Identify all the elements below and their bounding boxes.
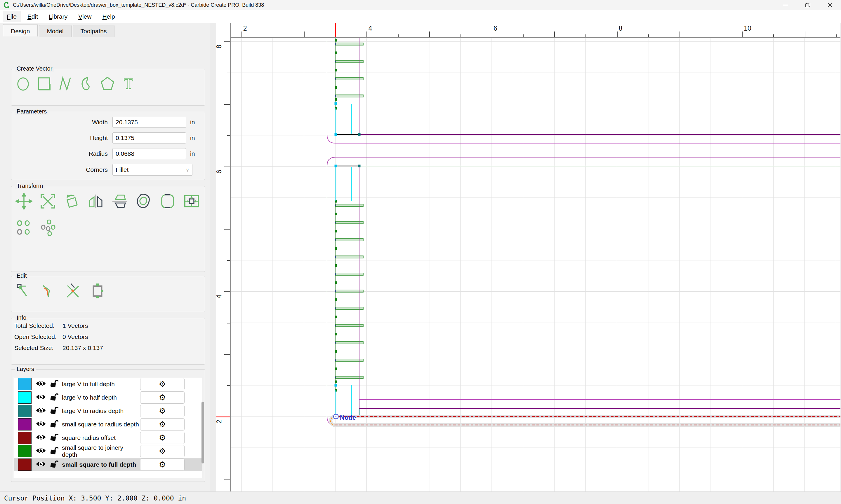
layer-row[interactable]: square radius offset⚙ xyxy=(14,431,202,445)
width-field[interactable] xyxy=(113,117,186,128)
corners-select[interactable]: Fillet ∨ xyxy=(113,164,192,176)
radius-field[interactable] xyxy=(113,148,186,159)
mirror-horizontal-tool-icon[interactable] xyxy=(87,193,104,210)
status-bar: Cursor Position X: 3.500 Y: 2.000 Z: 0.0… xyxy=(0,491,841,504)
total-selected-label: Total Selected: xyxy=(14,322,63,329)
layer-unlock-icon[interactable] xyxy=(50,433,58,443)
menu-view[interactable]: View xyxy=(74,11,96,22)
node-edit-tool-icon[interactable] xyxy=(16,283,32,300)
layer-unlock-icon[interactable] xyxy=(50,460,58,470)
tab-design[interactable]: Design xyxy=(3,24,38,36)
rectangle-tool-icon[interactable] xyxy=(36,75,52,92)
offset-tool-icon[interactable] xyxy=(135,193,152,210)
layer-row[interactable]: small square to full depth⚙ xyxy=(14,458,202,471)
layer-settings-gear-button[interactable]: ⚙ xyxy=(140,458,185,471)
trim-vectors-tool-icon[interactable] xyxy=(65,283,82,300)
layer-row[interactable]: large V to full depth⚙ xyxy=(14,377,202,391)
layers-group: Layers large V to full depth⚙large V to … xyxy=(11,369,205,482)
mirror-vertical-tool-icon[interactable] xyxy=(111,193,128,210)
layer-name: small square to joinery depth xyxy=(62,444,140,458)
layer-unlock-icon[interactable] xyxy=(50,406,58,416)
group-title: Info xyxy=(15,314,28,321)
ruler-label: 2 xyxy=(243,24,247,32)
menu-library[interactable]: Library xyxy=(45,11,71,22)
canvas-viewport[interactable]: Node xyxy=(231,38,840,491)
layer-visibility-eye-icon[interactable] xyxy=(36,447,46,455)
height-unit: in xyxy=(190,134,195,142)
layer-color-swatch[interactable] xyxy=(18,432,32,444)
text-tool-icon[interactable]: T xyxy=(121,75,136,92)
layer-color-swatch[interactable] xyxy=(18,445,32,457)
minimize-button[interactable] xyxy=(774,0,796,10)
group-title: Layers xyxy=(15,366,36,373)
layer-row[interactable]: large V to radius depth⚙ xyxy=(14,404,202,418)
layer-settings-gear-button[interactable]: ⚙ xyxy=(140,445,185,457)
circular-array-tool-icon[interactable] xyxy=(39,219,56,236)
scale-to-fit-tool-icon[interactable] xyxy=(183,193,200,210)
layer-settings-gear-button[interactable]: ⚙ xyxy=(140,405,185,417)
layer-unlock-icon[interactable] xyxy=(50,446,58,456)
layer-visibility-eye-icon[interactable] xyxy=(36,393,46,402)
menu-file[interactable]: File xyxy=(3,11,21,22)
tab-model[interactable]: Model xyxy=(39,25,71,37)
selected-size-label: Selected Size: xyxy=(14,344,63,352)
layer-color-swatch[interactable] xyxy=(18,392,32,404)
radius-label: Radius xyxy=(12,150,113,157)
circle-tool-icon[interactable] xyxy=(16,75,31,92)
layer-color-swatch[interactable] xyxy=(18,458,32,471)
linear-array-tool-icon[interactable] xyxy=(16,219,32,236)
layer-color-swatch[interactable] xyxy=(18,405,32,417)
move-tool-icon[interactable] xyxy=(16,193,32,210)
cursor-y-marker xyxy=(216,416,230,417)
layer-row[interactable]: small square to joinery depth⚙ xyxy=(14,445,202,458)
layer-settings-gear-button[interactable]: ⚙ xyxy=(140,378,185,390)
close-button[interactable] xyxy=(819,0,841,10)
layer-unlock-icon[interactable] xyxy=(50,392,58,403)
scale-tool-icon[interactable] xyxy=(39,193,56,210)
ruler-label: 4 xyxy=(215,294,223,299)
open-selected-value: 0 Vectors xyxy=(63,334,88,340)
layer-row[interactable]: large V to half depth⚙ xyxy=(14,391,202,404)
layer-visibility-eye-icon[interactable] xyxy=(36,380,46,389)
layer-color-swatch[interactable] xyxy=(18,378,32,390)
rotate-tool-icon[interactable] xyxy=(63,193,80,210)
total-selected-value: 1 Vectors xyxy=(63,322,88,329)
layer-color-swatch[interactable] xyxy=(18,418,32,431)
layer-visibility-eye-icon[interactable] xyxy=(36,407,46,415)
vector-drawing[interactable] xyxy=(327,38,840,425)
curve-edit-tool-icon[interactable] xyxy=(40,283,57,300)
ruler-label: 6 xyxy=(494,24,497,32)
maximize-button[interactable] xyxy=(796,0,819,10)
layer-row[interactable]: small square to radius depth⚙ xyxy=(14,418,202,431)
layer-visibility-eye-icon[interactable] xyxy=(36,433,46,442)
polyline-tool-icon[interactable] xyxy=(57,75,73,92)
ruler-label: 10 xyxy=(744,24,751,32)
create-vector-group: Create Vector T xyxy=(11,69,205,106)
info-group: Info Total Selected: 1 Vectors Open Sele… xyxy=(11,318,205,364)
layer-visibility-eye-icon[interactable] xyxy=(36,420,46,429)
layers-list: large V to full depth⚙large V to half de… xyxy=(14,377,202,478)
curve-tool-icon[interactable] xyxy=(79,75,94,92)
layers-scrollbar[interactable] xyxy=(202,402,204,464)
round-corners-tool-icon[interactable] xyxy=(159,193,176,210)
menu-help[interactable]: Help xyxy=(98,11,119,22)
group-title: Transform xyxy=(15,183,45,189)
layer-unlock-icon[interactable] xyxy=(50,379,58,389)
open-selected-label: Open Selected: xyxy=(14,334,63,340)
layer-settings-gear-button[interactable]: ⚙ xyxy=(140,418,185,431)
layer-name: large V to radius depth xyxy=(62,408,140,414)
cursor-position-text: Cursor Position X: 3.500 Y: 2.000 Z: 0.0… xyxy=(4,494,186,502)
resize-handles-tool-icon[interactable] xyxy=(89,283,106,300)
layer-unlock-icon[interactable] xyxy=(50,419,58,430)
polygon-tool-icon[interactable] xyxy=(100,75,115,92)
menu-bar: FileEditLibraryViewHelp xyxy=(0,10,841,23)
node-marker[interactable]: Node xyxy=(334,414,356,421)
layer-settings-gear-button[interactable]: ⚙ xyxy=(140,432,185,444)
tab-bar: DesignModelToolpaths xyxy=(3,25,116,37)
app-logo-icon xyxy=(3,1,10,8)
tab-toolpaths[interactable]: Toolpaths xyxy=(73,25,115,37)
layer-settings-gear-button[interactable]: ⚙ xyxy=(140,392,185,404)
menu-edit[interactable]: Edit xyxy=(23,11,42,22)
height-field[interactable] xyxy=(113,132,186,144)
layer-visibility-eye-icon[interactable] xyxy=(36,460,46,469)
